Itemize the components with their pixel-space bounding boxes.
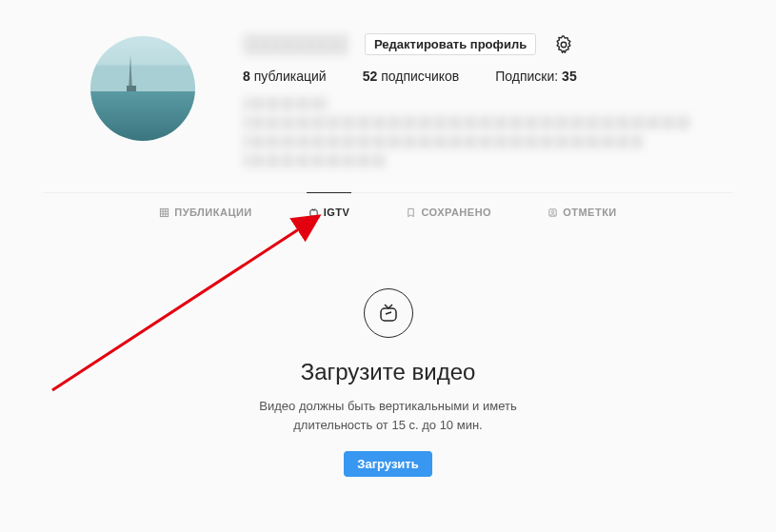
following-count: 35 [562,69,577,84]
tab-igtv-label: IGTV [324,207,350,218]
bookmark-icon [406,207,416,218]
posts-stat: 8 публикаций [243,69,327,84]
followers-count: 52 [363,69,378,84]
stats-row: 8 публикаций 52 подписчиков Подписки: 35 [243,69,733,84]
empty-state: Загрузите видео Видео должны быть вертик… [43,231,733,477]
profile-header: Редактировать профиль 8 публикаций 52 по… [43,29,733,173]
edit-profile-button[interactable]: Редактировать профиль [365,33,536,55]
following-stat[interactable]: Подписки: 35 [495,69,576,84]
grid-icon [159,207,169,218]
followers-label: подписчиков [381,69,459,84]
profile-tabs: ПУБЛИКАЦИИ IGTV СОХРАНЕНО ОТМЕТКИ [43,193,733,231]
svg-rect-13 [381,308,396,321]
avatar-column [43,29,243,173]
igtv-icon [308,207,319,218]
following-label: Подписки: [495,69,558,84]
tab-posts[interactable]: ПУБЛИКАЦИИ [157,192,254,231]
tagged-icon [547,207,558,218]
username-row: Редактировать профиль [243,33,733,55]
username-redacted [243,34,348,55]
settings-gear-icon[interactable] [553,34,574,55]
tab-tagged[interactable]: ОТМЕТКИ [546,192,619,231]
empty-description: Видео должны быть вертикальными и иметь … [43,397,733,434]
profile-info: Редактировать профиль 8 публикаций 52 по… [243,29,733,173]
igtv-large-icon [364,288,413,338]
followers-stat[interactable]: 52 подписчиков [363,69,460,84]
tab-posts-label: ПУБЛИКАЦИИ [174,207,252,218]
tab-saved-label: СОХРАНЕНО [421,207,491,218]
posts-label: публикаций [254,69,327,84]
svg-rect-10 [310,209,317,215]
tab-saved[interactable]: СОХРАНЕНО [404,192,493,231]
empty-title: Загрузите видео [43,359,733,385]
svg-point-4 [561,42,567,48]
profile-page: Редактировать профиль 8 публикаций 52 по… [0,0,776,477]
svg-point-12 [552,210,554,212]
bio-redacted [243,97,700,167]
upload-button[interactable]: Загрузить [344,451,431,477]
tab-tagged-label: ОТМЕТКИ [563,207,617,218]
posts-count: 8 [243,69,250,84]
svg-rect-3 [90,36,195,141]
svg-rect-5 [161,208,169,216]
tab-igtv[interactable]: IGTV [307,192,352,231]
avatar[interactable] [90,36,195,141]
